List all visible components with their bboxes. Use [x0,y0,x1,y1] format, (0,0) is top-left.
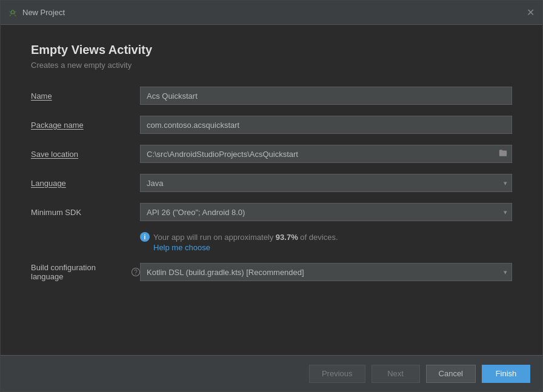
name-field [140,87,512,105]
save-location-input[interactable] [140,145,512,163]
section-title: Empty Views Activity [31,43,512,57]
minimum-sdk-row: Minimum SDK API 26 ("Oreo"; Android 8.0)… [31,203,512,221]
build-config-label-wrapper: Build configuration language ? [31,263,140,281]
package-name-field [140,116,512,134]
close-button[interactable]: ✕ [525,8,535,18]
footer: Previous Next Cancel Finish [1,355,542,391]
svg-point-0 [12,12,12,12]
minimum-sdk-select[interactable]: API 26 ("Oreo"; Android 8.0) API 21 ("Lo… [140,203,512,221]
minimum-sdk-label-text: Minimum SDK [31,208,81,217]
next-button[interactable]: Next [371,365,420,383]
help-me-choose-link[interactable]: Help me choose [153,243,512,252]
save-location-label-text: Save location [31,150,78,159]
build-config-label: Build configuration language ? [31,263,140,281]
info-icon: i [140,232,150,242]
build-config-field: Kotlin DSL (build.gradle.kts) [Recommend… [140,263,512,281]
name-input[interactable] [140,87,512,105]
sdk-info-block: i Your app will run on approximately 93.… [140,232,512,252]
language-field: Java Kotlin ▾ [140,174,512,192]
language-row: Language Java Kotlin ▾ [31,174,512,192]
name-row: Name [31,87,512,105]
sdk-percentage: 93.7% [276,233,298,242]
window-title: New Project [22,8,525,17]
minimum-sdk-field: API 26 ("Oreo"; Android 8.0) API 21 ("Lo… [140,203,512,221]
name-label-text: Name [31,91,52,101]
cancel-button[interactable]: Cancel [426,365,476,383]
language-select[interactable]: Java Kotlin [140,174,512,192]
minimum-sdk-label: Minimum SDK [31,208,140,217]
language-label-text: Language [31,179,66,188]
language-label: Language [31,179,140,188]
section-subtitle: Creates a new empty activity [31,61,512,70]
build-config-row: Build configuration language ? Kotlin DS… [31,263,512,281]
package-name-label: Package name [31,121,140,130]
build-config-help-icon[interactable]: ? [132,268,140,276]
package-name-label-text: Package name [31,121,84,130]
build-config-label-text: Build configuration language [31,263,128,281]
save-location-field [140,145,512,163]
package-name-row: Package name [31,116,512,134]
title-bar: New Project ✕ [1,1,542,25]
save-location-label: Save location [31,150,140,159]
form-content: Empty Views Activity Creates a new empty… [1,25,542,355]
svg-point-1 [13,12,14,12]
previous-button[interactable]: Previous [309,365,365,383]
name-label: Name [31,91,140,101]
sdk-info-text: Your app will run on approximately 93.7%… [153,233,338,242]
new-project-window: New Project ✕ Empty Views Activity Creat… [0,0,543,392]
sdk-info-row: i Your app will run on approximately 93.… [140,232,512,242]
finish-button[interactable]: Finish [482,365,530,383]
build-config-select[interactable]: Kotlin DSL (build.gradle.kts) [Recommend… [140,263,512,281]
package-name-input[interactable] [140,116,512,134]
android-icon [8,8,18,18]
folder-icon[interactable] [499,149,507,159]
save-location-row: Save location [31,145,512,163]
